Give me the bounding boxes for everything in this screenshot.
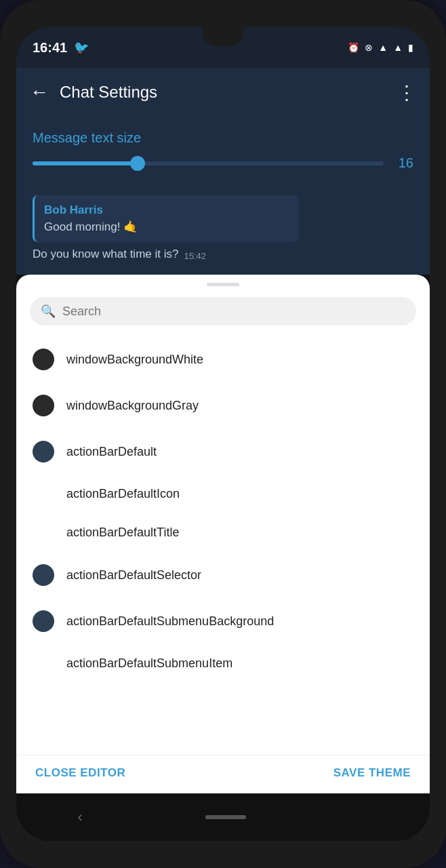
nav-bar: ‹ xyxy=(16,793,430,841)
color-dot xyxy=(33,441,54,462)
nav-home-indicator[interactable] xyxy=(205,815,246,819)
color-dot xyxy=(33,564,54,586)
color-dot xyxy=(33,610,54,632)
status-time: 16:41 xyxy=(33,40,67,56)
theme-item-label: actionBarDefaultIcon xyxy=(66,487,180,501)
theme-list-item[interactable]: actionBarDefaultTitle xyxy=(16,513,430,552)
notch xyxy=(203,27,243,46)
status-right: ⏰ ⊗ ▲ ▲ ▮ xyxy=(348,42,413,53)
signal-icon: ▲ xyxy=(393,42,403,53)
save-theme-button[interactable]: SAVE THEME xyxy=(333,766,411,780)
theme-item-label: actionBarDefaultSubmenuBackground xyxy=(66,614,274,629)
sheet-actions: CLOSE EDITOR SAVE THEME xyxy=(16,755,430,793)
message-time: 15:42 xyxy=(184,251,206,261)
theme-item-label: actionBarDefaultTitle xyxy=(66,526,179,540)
theme-item-label: actionBarDefaultSelector xyxy=(66,568,201,583)
message-bubble: Bob Harris Good morning! 🤙 xyxy=(33,195,299,242)
search-container: 🔍 xyxy=(16,292,430,334)
twitter-icon: 🐦 xyxy=(74,40,89,55)
theme-list-item[interactable]: actionBarDefault xyxy=(16,429,430,475)
slider-value: 16 xyxy=(392,155,413,171)
more-button[interactable]: ⋮ xyxy=(397,81,416,104)
chat-preview: Bob Harris Good morning! 🤙 Do you know w… xyxy=(16,184,430,275)
status-left: 16:41 🐦 xyxy=(33,40,89,56)
search-input[interactable] xyxy=(62,304,405,319)
phone-frame: 16:41 🐦 ⏰ ⊗ ▲ ▲ ▮ ← Chat Settings ⋮ Mess… xyxy=(0,0,446,868)
incoming-message-row: Do you know what time it is? 15:42 xyxy=(33,248,413,261)
incoming-text: Do you know what time it is? xyxy=(33,248,178,261)
theme-item-label: actionBarDefault xyxy=(66,445,157,459)
slider-track[interactable] xyxy=(33,161,384,165)
slider-row: 16 xyxy=(33,155,413,171)
bubble-sender: Bob Harris xyxy=(44,203,289,217)
bottom-sheet: 🔍 windowBackgroundWhitewindowBackgroundG… xyxy=(16,275,430,793)
theme-list-item[interactable]: actionBarDefaultSubmenuBackground xyxy=(16,598,430,644)
theme-item-label: windowBackgroundGray xyxy=(66,399,199,413)
wifi-icon: ▲ xyxy=(378,42,388,53)
bubble-text: Good morning! 🤙 xyxy=(44,220,289,234)
slider-thumb[interactable] xyxy=(130,156,145,171)
status-bar: 16:41 🐦 ⏰ ⊗ ▲ ▲ ▮ xyxy=(16,27,430,68)
theme-item-label: actionBarDefaultSubmenuItem xyxy=(66,656,232,671)
app-bar: ← Chat Settings ⋮ xyxy=(16,68,430,117)
theme-list-item[interactable]: windowBackgroundGray xyxy=(16,382,430,429)
theme-list-item[interactable]: actionBarDefaultSelector xyxy=(16,552,430,598)
app-title: Chat Settings xyxy=(60,83,397,102)
search-box[interactable]: 🔍 xyxy=(30,297,416,326)
color-dot xyxy=(33,395,54,416)
back-button[interactable]: ← xyxy=(30,81,49,103)
theme-list-item[interactable]: actionBarDefaultSubmenuItem xyxy=(16,644,430,683)
theme-list: windowBackgroundWhitewindowBackgroundGra… xyxy=(16,334,430,755)
slider-fill xyxy=(33,161,138,165)
settings-section: Message text size 16 xyxy=(16,117,430,184)
close-editor-button[interactable]: CLOSE EDITOR xyxy=(35,766,125,780)
alarm-icon: ⏰ xyxy=(348,42,359,53)
color-dot xyxy=(33,349,54,370)
battery-icon: ▮ xyxy=(408,42,413,53)
search-icon: 🔍 xyxy=(41,304,56,319)
theme-item-label: windowBackgroundWhite xyxy=(66,353,203,367)
theme-list-item[interactable]: windowBackgroundWhite xyxy=(16,336,430,382)
nav-back-button[interactable]: ‹ xyxy=(77,808,82,826)
theme-list-item[interactable]: actionBarDefaultIcon xyxy=(16,475,430,513)
handle-bar xyxy=(207,283,239,286)
section-label: Message text size xyxy=(33,130,413,146)
sheet-handle xyxy=(16,275,430,292)
phone-screen: 16:41 🐦 ⏰ ⊗ ▲ ▲ ▮ ← Chat Settings ⋮ Mess… xyxy=(16,27,430,841)
key-icon: ⊗ xyxy=(365,42,373,53)
